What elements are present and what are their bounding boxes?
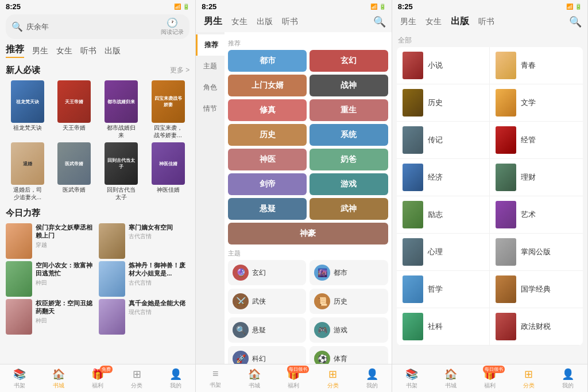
nav-mine[interactable]: 👤 我的: [156, 364, 195, 392]
chip-naiba[interactable]: 奶爸: [310, 149, 388, 170]
chip-xiuzhen[interactable]: 修真: [228, 99, 307, 121]
p3-item-public-domain[interactable]: 掌阅公版: [490, 234, 583, 271]
theme-xuanhuan[interactable]: 🔮 玄幻: [228, 260, 306, 285]
nav-tab-audio3[interactable]: 听书: [476, 15, 497, 28]
nav-tab-audio[interactable]: 听书: [280, 15, 300, 28]
nav-label: 我的: [170, 382, 181, 390]
nav-welfare[interactable]: 🎁 福利 免费: [78, 364, 117, 392]
sidebar-plot[interactable]: 情节: [196, 98, 225, 119]
nav-welfare3[interactable]: 🎁 福利 每日领书: [470, 364, 509, 392]
chip-zhanshen[interactable]: 战神: [310, 75, 388, 96]
book-item[interactable]: 天王帝婿 天王帝婿: [53, 80, 96, 139]
nav-bookstore[interactable]: 🏠 书城: [39, 364, 78, 392]
p3-item-novel[interactable]: 小说: [397, 47, 490, 84]
chip-shenhao[interactable]: 神豪: [228, 223, 388, 244]
nav-bookshelf2[interactable]: ≡ 书架: [196, 364, 235, 392]
tab-audio[interactable]: 听书: [80, 46, 96, 56]
p3-item-management[interactable]: 经管: [490, 122, 583, 159]
book-item[interactable]: 神医佳婿 神医佳婿: [146, 142, 190, 201]
tab-recommend[interactable]: 推荐: [6, 44, 24, 58]
chip-xuanyi[interactable]: 悬疑: [228, 198, 307, 220]
tab-female[interactable]: 女生: [56, 46, 72, 56]
theme-dushi[interactable]: 🌆 都市: [310, 260, 388, 285]
search-icon[interactable]: 🔍: [373, 15, 386, 28]
today-item[interactable]: 炼神丹！御神兽！废材大小姐竟是... 古代言情: [99, 261, 189, 297]
chip-chongsheng[interactable]: 重生: [310, 99, 388, 121]
nav-tab-publish3[interactable]: 出版: [448, 14, 471, 29]
chip-dushi[interactable]: 都市: [228, 50, 307, 72]
book-item[interactable]: 医武帝婿 医武帝婿: [53, 142, 96, 201]
theme-mystery[interactable]: 🔍 悬疑: [228, 317, 306, 343]
p3-item-biography[interactable]: 传记: [397, 122, 490, 159]
search-icon3[interactable]: 🔍: [569, 15, 582, 28]
nav-label: 福利: [484, 382, 496, 390]
chip-wushen[interactable]: 武神: [310, 198, 388, 220]
theme-history[interactable]: 📜 历史: [310, 289, 388, 314]
p3-item-economics[interactable]: 经济: [397, 159, 490, 196]
bookshelf-icon: 📚: [405, 368, 418, 381]
nav-tab-female3[interactable]: 女生: [423, 15, 444, 28]
today-item[interactable]: 空间小农女：致富神田逃荒忙 种田: [6, 261, 96, 297]
search-input[interactable]: [26, 22, 157, 31]
today-item[interactable]: 侯门弃女之妖孽丞相赖上门 穿越: [6, 223, 96, 259]
nav-tab-publish[interactable]: 出版: [254, 15, 275, 28]
nav-bookshelf[interactable]: 📚 书架: [0, 364, 39, 392]
chip-shenyi[interactable]: 神医: [228, 149, 307, 170]
tab-publish[interactable]: 出版: [105, 46, 121, 56]
nav-category[interactable]: ⊞ 分类: [117, 364, 156, 392]
p3-item-psychology[interactable]: 心理: [397, 234, 490, 271]
more-link[interactable]: 更多 >: [170, 65, 189, 75]
book-item[interactable]: 退婚 退婚后，司少追妻火...: [6, 142, 49, 201]
nav-bookstore2[interactable]: 🏠 书城: [235, 364, 274, 392]
theme-game[interactable]: 🎮 游戏: [310, 317, 388, 343]
book-cover: 祖龙梵天诀: [11, 80, 44, 123]
p3-item-art[interactable]: 艺术: [490, 196, 583, 234]
chip-xitong[interactable]: 系统: [310, 124, 388, 146]
chip-shangmen[interactable]: 上门女婿: [228, 75, 307, 96]
p3-item-law[interactable]: 政法财税: [490, 308, 583, 346]
book-item[interactable]: 四宝来袭战爷娇妻 四宝来袭，战爷娇妻...: [146, 80, 190, 139]
today-item[interactable]: 寒门嫡女有空间 古代言情: [99, 223, 189, 259]
p3-item-youth[interactable]: 青春: [490, 47, 583, 84]
p3-item-inspiration[interactable]: 励志: [397, 196, 490, 234]
today-item[interactable]: 真千金她是全能大佬 现代言情: [99, 299, 189, 335]
nav-mine3[interactable]: 👤 我的: [548, 364, 587, 392]
p3-item-history[interactable]: 历史: [397, 84, 490, 122]
theme-wuxia[interactable]: ⚔️ 武侠: [228, 289, 306, 314]
nav-welfare2[interactable]: 🎁 福利 每日领书: [274, 364, 313, 392]
p3-item-finance[interactable]: 理财: [490, 159, 583, 196]
nav-tab-female[interactable]: 女生: [229, 15, 250, 28]
book-item[interactable]: 都市战婿归来 都市战婿归来: [99, 80, 143, 139]
book-title: 天王帝婿: [63, 124, 86, 131]
chip-youxi[interactable]: 游戏: [310, 173, 388, 195]
theme-chip-label: 悬疑: [252, 325, 266, 335]
today-info: 寒门嫡女有空间 古代言情: [129, 223, 189, 240]
today-item[interactable]: 权臣娇宠：空间丑媳药翻天 种田: [6, 299, 96, 335]
nav-tab-male[interactable]: 男生: [202, 14, 225, 29]
book-item[interactable]: 祖龙梵天诀 祖龙梵天诀: [6, 80, 49, 139]
nav-mine2[interactable]: 👤 我的: [353, 364, 392, 392]
p3-label: 历史: [428, 98, 443, 108]
p3-item-social[interactable]: 社科: [397, 308, 490, 346]
theme-sports[interactable]: ⚽ 体育: [310, 346, 388, 364]
p3-item-philosophy[interactable]: 哲学: [397, 271, 490, 308]
theme-scifi[interactable]: 🚀 科幻: [228, 346, 306, 364]
book-cover: 天王帝婿: [57, 80, 91, 123]
chip-lishi[interactable]: 历史: [228, 124, 307, 146]
nav-category3[interactable]: ⊞ 分类: [509, 364, 548, 392]
sidebar-recommend[interactable]: 推荐: [196, 34, 225, 56]
sidebar-theme[interactable]: 主题: [196, 56, 225, 77]
tab-male[interactable]: 男生: [32, 46, 48, 56]
p3-item-literature[interactable]: 文学: [490, 84, 583, 122]
chip-xuanhuan[interactable]: 玄幻: [310, 50, 388, 72]
chip-jiandi[interactable]: 剑帝: [228, 173, 307, 195]
nav-bookstore3[interactable]: 🏠 书城: [431, 364, 470, 392]
search-bar[interactable]: 🔍 🕐 阅读记录: [6, 14, 189, 39]
nav-tab-male3[interactable]: 男生: [398, 15, 419, 28]
reading-history[interactable]: 🕐 阅读记录: [161, 17, 184, 36]
p3-item-classics[interactable]: 国学经典: [490, 271, 583, 308]
book-item[interactable]: 回到古代当太子 回到古代当太子: [99, 142, 143, 201]
nav-category2[interactable]: ⊞ 分类: [314, 364, 353, 392]
sidebar-role[interactable]: 角色: [196, 77, 225, 98]
nav-bookshelf3[interactable]: 📚 书架: [392, 364, 431, 392]
